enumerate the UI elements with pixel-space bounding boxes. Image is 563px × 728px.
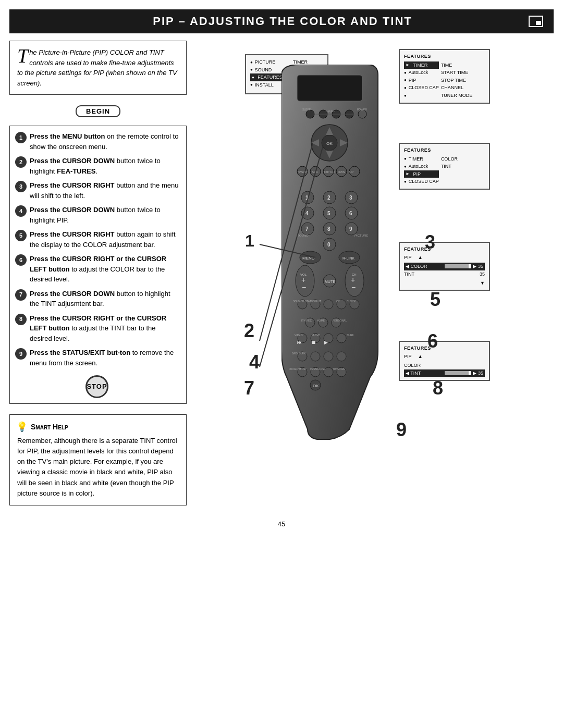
step-text-2: Press the CURSOR DOWN button twice to hi…: [30, 156, 179, 176]
step-text-8: Press the CURSOR RIGHT or the CURSOR LEF…: [30, 313, 179, 344]
step-text-7: Press the CURSOR DOWN button to highligh…: [30, 289, 179, 309]
step-text-4: Press the CURSOR DOWN button twice to hi…: [30, 205, 179, 225]
svg-text:ITN REC: ITN REC: [301, 319, 312, 322]
step-3: 3 Press the CURSOR RIGHT button and the …: [15, 180, 179, 201]
svg-text:PROGRAM LIST: PROGRAM LIST: [289, 368, 307, 371]
big-step-3: 3: [425, 231, 435, 253]
page-title: PIP – ADJUSTING THE COLOR AND TINT: [36, 15, 529, 28]
begin-wrap: BEGIN: [9, 101, 187, 119]
smart-help-text: Remember, although there is a separate T…: [17, 436, 179, 499]
svg-text:MENU: MENU: [302, 256, 315, 261]
svg-text:SLEEP: SLEEP: [302, 108, 311, 111]
big-step-8: 8: [433, 377, 443, 399]
begin-badge: BEGIN: [76, 105, 120, 117]
svg-text:R-LINK: R-LINK: [342, 256, 354, 260]
smart-help-label: Smart Help: [31, 423, 68, 431]
svg-text:9: 9: [349, 226, 352, 232]
svg-text:OK: OK: [326, 141, 333, 146]
screen4-title: FEATURES: [404, 345, 485, 352]
svg-point-1: [306, 110, 314, 118]
svg-text:SOURCE STATUS/EXIT: SOURCE STATUS/EXIT: [293, 300, 321, 303]
svg-text:VIDEO: VIDEO: [295, 334, 303, 337]
smart-help-title: 💡 Smart Help: [17, 421, 179, 433]
svg-text:−: −: [351, 283, 356, 291]
step-num-5: 5: [15, 230, 27, 241]
step-indicator-1: 1: [245, 231, 254, 251]
svg-text:⏹: ⏹: [311, 340, 316, 345]
svg-text:CLOCK: CLOCK: [347, 300, 356, 303]
screen1-title: FEATURES: [404, 53, 485, 60]
svg-text:PERSONAL: PERSONAL: [333, 319, 347, 322]
svg-point-5: [358, 110, 366, 118]
big-step-2: 2: [244, 320, 254, 342]
svg-text:CC: CC: [336, 300, 340, 303]
svg-text:SWAP: SWAP: [298, 170, 307, 174]
svg-text:−: −: [302, 283, 306, 291]
svg-text:1: 1: [305, 195, 309, 201]
svg-point-80: [337, 334, 346, 343]
svg-text:7: 7: [305, 226, 309, 232]
smart-help-box: 💡 Smart Help Remember, although there is…: [9, 414, 187, 505]
step-num-9: 9: [15, 348, 27, 360]
svg-text:BACK SURR.: BACK SURR.: [292, 352, 307, 355]
svg-text:MUTE: MUTE: [325, 280, 335, 283]
step-5: 5 Press the CURSOR RIGHT button again to…: [15, 229, 179, 250]
screen3-title: FEATURES: [404, 246, 485, 253]
svg-point-90: [337, 352, 346, 361]
step-7: 7 Press the CURSOR DOWN button to highli…: [15, 289, 179, 309]
svg-text:TUNER A/E: TUNER A/E: [333, 368, 345, 371]
drop-cap: T: [17, 47, 28, 64]
step-4: 4 Press the CURSOR DOWN button twice to …: [15, 205, 179, 225]
remote-control: SLEEP POWER —PIP—: [282, 65, 396, 442]
screen-features-2: FEATURES ● TIMER ● AutoLock ► PIP ● CLOS…: [399, 143, 490, 190]
lightbulb-icon: 💡: [17, 421, 27, 433]
svg-text:—PIP—: —PIP—: [326, 110, 335, 113]
svg-text:5: 5: [327, 211, 331, 216]
step-num-4: 4: [15, 205, 27, 217]
pip-icon: [529, 16, 543, 27]
step-num-3: 3: [15, 181, 27, 192]
screen-features-4: FEATURES PIP ▲ COLOR ◀ TINT ▶ 35: [399, 341, 490, 381]
step-8: 8 Press the CURSOR RIGHT or the CURSOR L…: [15, 313, 179, 344]
right-column: ● PICTURE ● SOUND ● FEATURES ● INSTALL T…: [187, 33, 554, 515]
step-num-7: 7: [15, 289, 27, 301]
svg-text:DWN: DWN: [338, 170, 345, 174]
big-step-9: 9: [396, 419, 407, 441]
step-text-5: Press the CURSOR RIGHT button again to s…: [30, 229, 179, 250]
big-step-6: 6: [427, 330, 438, 352]
step-text-1: Press the MENU button on the remote cont…: [30, 131, 179, 152]
svg-text:OK: OK: [313, 384, 319, 388]
step-9: 9 Press the STATUS/EXIT but-ton to remov…: [15, 348, 179, 368]
svg-text:PIP CH: PIP CH: [324, 170, 335, 174]
big-step-4: 4: [249, 351, 260, 373]
screen-features-3: FEATURES PIP ▲ ◀ COLOR ▶ 35 TINT: [399, 242, 490, 291]
stop-badge: STOP: [85, 375, 108, 398]
stop-wrap: STOP: [15, 372, 179, 398]
svg-text:SURF: SURF: [347, 334, 354, 337]
svg-text:HOME: HOME: [317, 319, 325, 322]
svg-text:POWER: POWER: [357, 108, 367, 111]
big-step-5: 5: [430, 289, 440, 311]
svg-text:3: 3: [349, 195, 352, 201]
screen2-title: FEATURES: [404, 147, 485, 154]
big-step-7: 7: [244, 377, 254, 399]
step-text-9: Press the STATUS/EXIT but-ton to remove …: [30, 348, 179, 368]
svg-text:II: II: [312, 352, 313, 355]
step-text-3: Press the CURSOR RIGHT button and the me…: [30, 180, 179, 201]
svg-text:⏮: ⏮: [297, 340, 302, 345]
svg-text:UP: UP: [349, 170, 353, 174]
left-column: T he Picture-in-Picture (PIP) COLOR and …: [9, 33, 187, 515]
svg-text:SRC: SRC: [312, 170, 319, 174]
svg-text:PICTURE: PICTURE: [354, 234, 368, 237]
svg-text:4: 4: [305, 211, 309, 216]
svg-text:▶: ▶: [324, 340, 328, 345]
step-num-8: 8: [15, 314, 27, 325]
svg-text:OPEN/CLOSE: OPEN/CLOSE: [310, 368, 325, 371]
intro-text: he Picture-in-Picture (PIP) COLOR and TI…: [17, 48, 177, 87]
svg-point-89: [324, 352, 333, 361]
svg-rect-0: [297, 75, 362, 101]
page-header: PIP – ADJUSTING THE COLOR AND TINT: [9, 9, 554, 33]
step-6: 6 Press the CURSOR RIGHT or the CURSOR L…: [15, 254, 179, 285]
svg-text:6: 6: [349, 211, 352, 216]
step-num-1: 1: [15, 132, 27, 143]
